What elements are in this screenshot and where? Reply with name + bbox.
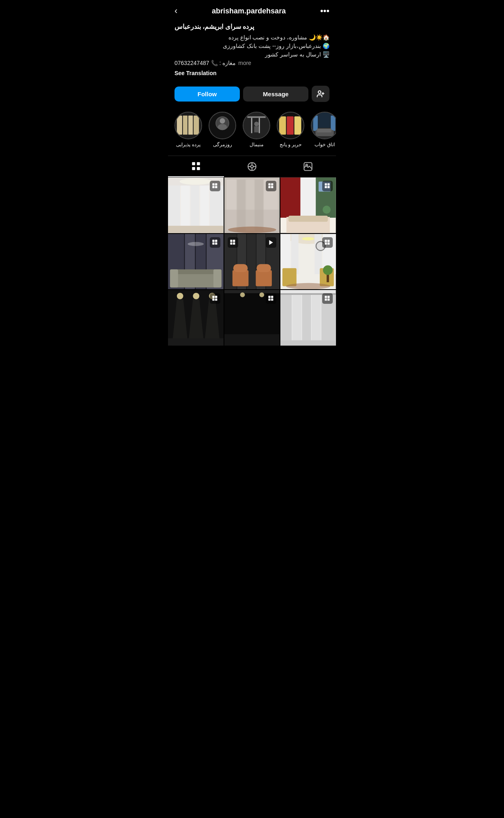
multi-image-icon-4 [210, 237, 220, 248]
bio-phone: مغازه : 📞 07632247487 [174, 59, 236, 67]
svg-point-73 [323, 206, 331, 214]
highlight-item-rozmarre[interactable]: روزمرگی [209, 112, 236, 147]
svg-rect-89 [212, 240, 214, 242]
multi-image-icon-9 [322, 293, 333, 304]
svg-point-0 [318, 91, 321, 94]
svg-point-34 [251, 165, 254, 168]
svg-rect-75 [325, 183, 327, 185]
svg-rect-154 [325, 296, 327, 298]
svg-rect-87 [170, 269, 178, 288]
svg-rect-25 [313, 116, 318, 131]
svg-point-84 [188, 242, 204, 246]
svg-rect-157 [327, 299, 330, 301]
photo-cell-4[interactable] [168, 234, 224, 290]
svg-rect-100 [256, 270, 272, 286]
highlight-circle-4 [277, 112, 304, 139]
svg-rect-31 [192, 167, 195, 170]
svg-rect-16 [259, 118, 260, 133]
svg-rect-90 [215, 240, 217, 242]
svg-rect-123 [325, 242, 327, 245]
highlight-item-harir[interactable]: حریر و پانج [277, 112, 304, 147]
svg-rect-28 [317, 129, 332, 132]
svg-rect-6 [188, 116, 193, 135]
svg-point-117 [286, 283, 330, 289]
svg-rect-110 [291, 234, 299, 274]
tab-grid[interactable] [168, 156, 224, 177]
tab-reels[interactable] [224, 156, 280, 177]
svg-rect-52 [212, 186, 214, 188]
svg-rect-105 [230, 242, 232, 245]
highlight-circle-2 [209, 112, 236, 139]
bio-line-1: 🏠☀️🌙 مشاوره، دوخت و نصب انواع پرده [174, 33, 330, 42]
svg-rect-111 [315, 234, 322, 274]
highlight-label-4: حریر و پانج [280, 142, 302, 147]
svg-rect-18 [254, 126, 258, 132]
svg-point-11 [220, 118, 225, 123]
multi-image-icon-6 [322, 237, 333, 248]
svg-rect-121 [325, 240, 327, 242]
action-buttons: Follow Message [168, 82, 336, 108]
photo-cell-7[interactable] [168, 290, 224, 346]
svg-rect-78 [327, 186, 330, 188]
story-highlights: پرده پذیرایی روزمرگی [168, 108, 336, 154]
svg-rect-49 [168, 226, 224, 233]
see-translation-button[interactable]: See Translation [174, 69, 330, 78]
photo-cell-9[interactable] [280, 290, 336, 346]
highlight-item-bedroom[interactable]: اتاق خواب [311, 112, 336, 147]
svg-rect-15 [251, 118, 252, 133]
back-button[interactable]: ‹ [174, 6, 177, 16]
svg-point-62 [228, 227, 276, 233]
bio-line-3: 🖥️ ارسال به سراسر کشور [174, 50, 330, 59]
highlight-item-pardeh-paziraee[interactable]: پرده پذیرایی [174, 112, 202, 147]
reels-icon [247, 161, 257, 172]
photo-cell-8[interactable] [224, 290, 280, 346]
svg-rect-92 [215, 242, 217, 245]
svg-rect-26 [331, 116, 335, 131]
tab-tagged[interactable] [280, 156, 336, 177]
svg-rect-145 [271, 299, 273, 301]
svg-rect-4 [177, 116, 182, 135]
svg-rect-14 [247, 116, 265, 118]
svg-rect-77 [325, 186, 327, 188]
svg-rect-99 [232, 270, 248, 286]
svg-rect-103 [230, 240, 232, 242]
svg-rect-106 [233, 242, 235, 245]
svg-rect-63 [269, 183, 271, 185]
svg-point-126 [177, 293, 183, 299]
svg-rect-115 [282, 268, 297, 286]
svg-rect-132 [168, 338, 224, 346]
multi-image-icon-2 [266, 181, 276, 191]
photo-cell-6[interactable] [280, 234, 336, 290]
add-person-icon [317, 90, 325, 98]
svg-rect-101 [233, 264, 248, 272]
photo-cell-1[interactable] [168, 177, 224, 233]
svg-point-119 [323, 265, 333, 275]
svg-rect-66 [271, 186, 273, 188]
photo-grid [168, 177, 336, 346]
add-person-button[interactable] [312, 86, 330, 102]
svg-rect-65 [269, 186, 271, 188]
message-button[interactable]: Message [243, 87, 308, 102]
svg-rect-69 [301, 177, 316, 218]
svg-rect-72 [289, 216, 328, 222]
more-options-button[interactable]: ••• [320, 6, 330, 16]
svg-rect-135 [212, 299, 214, 301]
photo-cell-2[interactable] [224, 177, 280, 233]
svg-point-140 [259, 292, 264, 297]
grid-icon [191, 161, 201, 171]
svg-rect-151 [312, 295, 321, 343]
svg-rect-109 [280, 234, 291, 274]
svg-rect-5 [183, 116, 187, 135]
highlight-label-5: اتاق خواب [314, 142, 334, 147]
photo-cell-3[interactable] [280, 177, 336, 233]
photo-cell-5[interactable] [224, 234, 280, 290]
follow-button[interactable]: Follow [174, 87, 240, 102]
svg-rect-136 [215, 299, 217, 301]
svg-rect-21 [287, 116, 294, 134]
highlight-item-minimal[interactable]: منیمال [243, 112, 270, 147]
svg-rect-144 [269, 299, 271, 301]
highlight-circle-1 [174, 112, 202, 139]
svg-rect-138 [224, 290, 280, 293]
svg-rect-156 [325, 299, 327, 301]
bio-more-link[interactable]: more [238, 59, 251, 67]
